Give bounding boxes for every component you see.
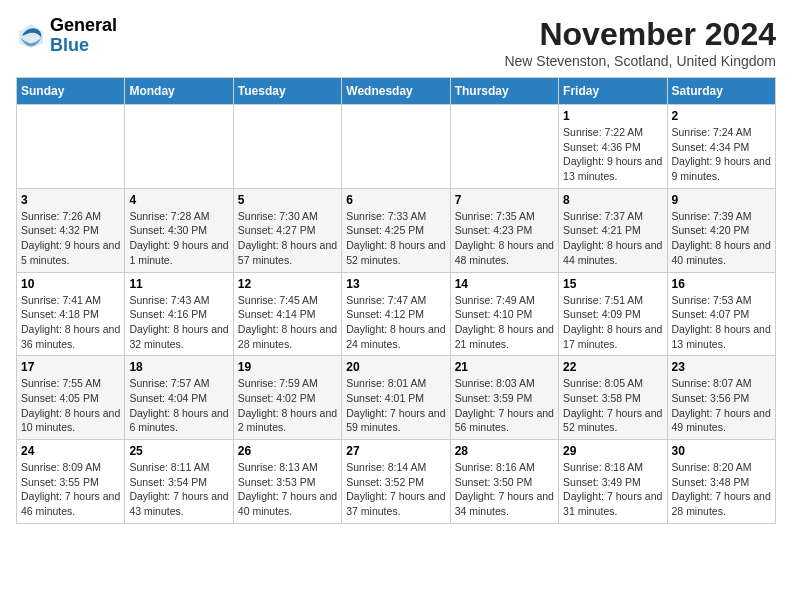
calendar-cell: 1Sunrise: 7:22 AM Sunset: 4:36 PM Daylig…: [559, 105, 667, 189]
day-info: Sunrise: 7:41 AM Sunset: 4:18 PM Dayligh…: [21, 293, 120, 352]
day-number: 20: [346, 360, 445, 374]
calendar-cell: [450, 105, 558, 189]
day-number: 1: [563, 109, 662, 123]
day-number: 10: [21, 277, 120, 291]
day-info: Sunrise: 8:05 AM Sunset: 3:58 PM Dayligh…: [563, 376, 662, 435]
day-info: Sunrise: 7:30 AM Sunset: 4:27 PM Dayligh…: [238, 209, 337, 268]
calendar-cell: [125, 105, 233, 189]
day-info: Sunrise: 7:45 AM Sunset: 4:14 PM Dayligh…: [238, 293, 337, 352]
calendar-cell: 26Sunrise: 8:13 AM Sunset: 3:53 PM Dayli…: [233, 440, 341, 524]
day-info: Sunrise: 7:22 AM Sunset: 4:36 PM Dayligh…: [563, 125, 662, 184]
day-info: Sunrise: 7:59 AM Sunset: 4:02 PM Dayligh…: [238, 376, 337, 435]
day-number: 18: [129, 360, 228, 374]
day-info: Sunrise: 7:55 AM Sunset: 4:05 PM Dayligh…: [21, 376, 120, 435]
day-number: 4: [129, 193, 228, 207]
day-info: Sunrise: 7:39 AM Sunset: 4:20 PM Dayligh…: [672, 209, 771, 268]
logo-blue: Blue: [50, 36, 117, 56]
day-number: 5: [238, 193, 337, 207]
calendar-cell: 3Sunrise: 7:26 AM Sunset: 4:32 PM Daylig…: [17, 188, 125, 272]
day-number: 28: [455, 444, 554, 458]
calendar-cell: 14Sunrise: 7:49 AM Sunset: 4:10 PM Dayli…: [450, 272, 558, 356]
calendar-cell: 22Sunrise: 8:05 AM Sunset: 3:58 PM Dayli…: [559, 356, 667, 440]
day-info: Sunrise: 7:24 AM Sunset: 4:34 PM Dayligh…: [672, 125, 771, 184]
day-number: 26: [238, 444, 337, 458]
day-number: 30: [672, 444, 771, 458]
day-info: Sunrise: 8:09 AM Sunset: 3:55 PM Dayligh…: [21, 460, 120, 519]
day-info: Sunrise: 7:51 AM Sunset: 4:09 PM Dayligh…: [563, 293, 662, 352]
weekday-header: Friday: [559, 78, 667, 105]
calendar-cell: 9Sunrise: 7:39 AM Sunset: 4:20 PM Daylig…: [667, 188, 775, 272]
day-number: 9: [672, 193, 771, 207]
day-number: 12: [238, 277, 337, 291]
calendar-cell: 23Sunrise: 8:07 AM Sunset: 3:56 PM Dayli…: [667, 356, 775, 440]
day-info: Sunrise: 7:28 AM Sunset: 4:30 PM Dayligh…: [129, 209, 228, 268]
calendar-cell: 7Sunrise: 7:35 AM Sunset: 4:23 PM Daylig…: [450, 188, 558, 272]
day-info: Sunrise: 7:35 AM Sunset: 4:23 PM Dayligh…: [455, 209, 554, 268]
weekday-header: Thursday: [450, 78, 558, 105]
day-number: 15: [563, 277, 662, 291]
day-info: Sunrise: 7:53 AM Sunset: 4:07 PM Dayligh…: [672, 293, 771, 352]
day-info: Sunrise: 8:07 AM Sunset: 3:56 PM Dayligh…: [672, 376, 771, 435]
calendar-cell: 15Sunrise: 7:51 AM Sunset: 4:09 PM Dayli…: [559, 272, 667, 356]
day-number: 29: [563, 444, 662, 458]
day-number: 17: [21, 360, 120, 374]
calendar-table: SundayMondayTuesdayWednesdayThursdayFrid…: [16, 77, 776, 524]
page-header: General Blue November 2024 New Stevensto…: [16, 16, 776, 69]
day-number: 8: [563, 193, 662, 207]
month-year-title: November 2024: [504, 16, 776, 53]
day-number: 25: [129, 444, 228, 458]
day-number: 7: [455, 193, 554, 207]
calendar-cell: [342, 105, 450, 189]
calendar-cell: 27Sunrise: 8:14 AM Sunset: 3:52 PM Dayli…: [342, 440, 450, 524]
calendar-cell: 4Sunrise: 7:28 AM Sunset: 4:30 PM Daylig…: [125, 188, 233, 272]
calendar-cell: 10Sunrise: 7:41 AM Sunset: 4:18 PM Dayli…: [17, 272, 125, 356]
weekday-header: Wednesday: [342, 78, 450, 105]
day-info: Sunrise: 7:57 AM Sunset: 4:04 PM Dayligh…: [129, 376, 228, 435]
day-info: Sunrise: 8:03 AM Sunset: 3:59 PM Dayligh…: [455, 376, 554, 435]
day-number: 3: [21, 193, 120, 207]
calendar-cell: [17, 105, 125, 189]
day-number: 27: [346, 444, 445, 458]
day-info: Sunrise: 7:43 AM Sunset: 4:16 PM Dayligh…: [129, 293, 228, 352]
day-info: Sunrise: 8:16 AM Sunset: 3:50 PM Dayligh…: [455, 460, 554, 519]
day-number: 13: [346, 277, 445, 291]
day-number: 16: [672, 277, 771, 291]
day-number: 2: [672, 109, 771, 123]
day-number: 24: [21, 444, 120, 458]
calendar-cell: [233, 105, 341, 189]
calendar-cell: 18Sunrise: 7:57 AM Sunset: 4:04 PM Dayli…: [125, 356, 233, 440]
day-info: Sunrise: 8:01 AM Sunset: 4:01 PM Dayligh…: [346, 376, 445, 435]
day-info: Sunrise: 7:49 AM Sunset: 4:10 PM Dayligh…: [455, 293, 554, 352]
logo-text: General Blue: [50, 16, 117, 56]
day-info: Sunrise: 8:20 AM Sunset: 3:48 PM Dayligh…: [672, 460, 771, 519]
calendar-header-row: SundayMondayTuesdayWednesdayThursdayFrid…: [17, 78, 776, 105]
logo-icon: [16, 21, 46, 51]
weekday-header: Sunday: [17, 78, 125, 105]
calendar-cell: 13Sunrise: 7:47 AM Sunset: 4:12 PM Dayli…: [342, 272, 450, 356]
calendar-week-row: 17Sunrise: 7:55 AM Sunset: 4:05 PM Dayli…: [17, 356, 776, 440]
location-subtitle: New Stevenston, Scotland, United Kingdom: [504, 53, 776, 69]
calendar-cell: 20Sunrise: 8:01 AM Sunset: 4:01 PM Dayli…: [342, 356, 450, 440]
title-block: November 2024 New Stevenston, Scotland, …: [504, 16, 776, 69]
logo: General Blue: [16, 16, 117, 56]
day-number: 6: [346, 193, 445, 207]
calendar-cell: 24Sunrise: 8:09 AM Sunset: 3:55 PM Dayli…: [17, 440, 125, 524]
calendar-cell: 17Sunrise: 7:55 AM Sunset: 4:05 PM Dayli…: [17, 356, 125, 440]
day-info: Sunrise: 8:14 AM Sunset: 3:52 PM Dayligh…: [346, 460, 445, 519]
calendar-week-row: 3Sunrise: 7:26 AM Sunset: 4:32 PM Daylig…: [17, 188, 776, 272]
calendar-cell: 29Sunrise: 8:18 AM Sunset: 3:49 PM Dayli…: [559, 440, 667, 524]
day-number: 21: [455, 360, 554, 374]
calendar-cell: 19Sunrise: 7:59 AM Sunset: 4:02 PM Dayli…: [233, 356, 341, 440]
calendar-cell: 6Sunrise: 7:33 AM Sunset: 4:25 PM Daylig…: [342, 188, 450, 272]
day-info: Sunrise: 8:11 AM Sunset: 3:54 PM Dayligh…: [129, 460, 228, 519]
day-info: Sunrise: 7:47 AM Sunset: 4:12 PM Dayligh…: [346, 293, 445, 352]
weekday-header: Saturday: [667, 78, 775, 105]
day-number: 23: [672, 360, 771, 374]
day-info: Sunrise: 8:18 AM Sunset: 3:49 PM Dayligh…: [563, 460, 662, 519]
day-info: Sunrise: 7:26 AM Sunset: 4:32 PM Dayligh…: [21, 209, 120, 268]
weekday-header: Tuesday: [233, 78, 341, 105]
calendar-cell: 8Sunrise: 7:37 AM Sunset: 4:21 PM Daylig…: [559, 188, 667, 272]
calendar-week-row: 1Sunrise: 7:22 AM Sunset: 4:36 PM Daylig…: [17, 105, 776, 189]
calendar-cell: 25Sunrise: 8:11 AM Sunset: 3:54 PM Dayli…: [125, 440, 233, 524]
logo-general: General: [50, 16, 117, 36]
